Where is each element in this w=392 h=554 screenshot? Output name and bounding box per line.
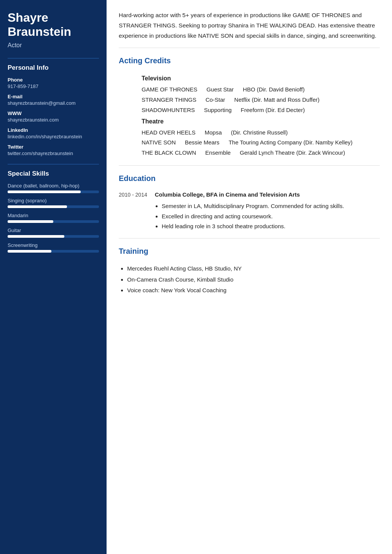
credit-company: Gerald Lynch Theatre (Dir. Zack Wincour): [240, 148, 345, 158]
education-section: Education 2010 - 2014Columbia College, B…: [119, 174, 380, 239]
edu-detail: Columbia College, BFA in Cinema and Tele…: [155, 191, 380, 231]
edu-bullets: Semester in LA, Multidisciplinary Progra…: [155, 201, 380, 231]
edu-bullet: Excelled in directing and acting coursew…: [162, 211, 380, 221]
edu-school-name: Columbia College, BFA in Cinema and Tele…: [155, 191, 380, 199]
credit-category-label: Theatre: [119, 116, 380, 128]
credit-row: NATIVE SONBessie MearsThe Touring Acting…: [119, 138, 380, 147]
personal-info-heading: Personal Info: [8, 58, 99, 72]
credit-category-label: Television: [119, 73, 380, 85]
contact-label: Twitter: [8, 144, 99, 150]
credit-show: SHADOWHUNTERS: [142, 106, 195, 115]
credit-company: The Touring Acting Company (Dir. Namby K…: [229, 138, 353, 147]
contact-value: twitter.com/shayrezbraunstein: [8, 151, 99, 156]
sidebar: Shayre Braunstein Actor Personal Info Ph…: [0, 0, 107, 554]
training-section: Training Mercedes Ruehl Acting Class, HB…: [119, 247, 380, 296]
skill-name: Mandarin: [8, 213, 99, 218]
credit-row: STRANGER THINGSCo-StarNetflix (Dir. Matt…: [119, 95, 380, 105]
training-list: Mercedes Ruehl Acting Class, HB Studio, …: [119, 263, 380, 296]
credit-company: (Dir. Christine Russell): [231, 128, 288, 138]
name: Shayre Braunstein: [8, 11, 99, 39]
credit-role: Co-Star: [206, 95, 225, 105]
contact-label: E-mail: [8, 94, 99, 99]
edu-bullet: Held leading role in 3 school theatre pr…: [162, 221, 380, 231]
education-content: 2010 - 2014Columbia College, BFA in Cine…: [119, 191, 380, 231]
contact-value: shayrezbraunstein.com: [8, 117, 99, 123]
credit-company: HBO (Dir. David Benioff): [243, 85, 304, 94]
skill-bar-fill: [8, 235, 64, 238]
skills-list: Dance (ballet, ballroom, hip-hop)Singing…: [8, 183, 99, 253]
skill-name: Singing (soprano): [8, 198, 99, 203]
training-title: Training: [119, 247, 380, 259]
resume-container: Shayre Braunstein Actor Personal Info Ph…: [0, 0, 392, 554]
skill-bar-fill: [8, 205, 67, 208]
credit-role: Guest Star: [206, 85, 234, 94]
skill-name: Guitar: [8, 227, 99, 233]
credits-content: TelevisionGAME OF THRONESGuest StarHBO (…: [119, 73, 380, 158]
summary-text: Hard-working actor with 5+ years of expe…: [119, 10, 380, 48]
training-item: On-Camera Crash Course, Kimball Studio: [127, 274, 380, 285]
skill-bar-background: [8, 250, 99, 253]
skill-bar-background: [8, 191, 99, 193]
skill-bar-background: [8, 220, 99, 223]
contact-value: 917-859-7187: [8, 83, 99, 89]
acting-credits-section: Acting Credits TelevisionGAME OF THRONES…: [119, 56, 380, 166]
main-content: Hard-working actor with 5+ years of expe…: [107, 0, 392, 554]
edu-year: 2010 - 2014: [119, 191, 147, 231]
credit-role: Bessie Mears: [185, 138, 220, 147]
credit-show: NATIVE SON: [142, 138, 176, 147]
credit-show: THE BLACK CLOWN: [142, 148, 196, 158]
credit-row: THE BLACK CLOWNEnsembleGerald Lynch Thea…: [119, 148, 380, 158]
credit-role: Ensemble: [205, 148, 231, 158]
acting-credits-title: Acting Credits: [119, 56, 380, 68]
credit-row: SHADOWHUNTERSSupportingFreeform (Dir. Ed…: [119, 106, 380, 115]
credit-show: HEAD OVER HEELS: [142, 128, 196, 138]
training-item: Mercedes Ruehl Acting Class, HB Studio, …: [127, 263, 380, 274]
credit-row: GAME OF THRONESGuest StarHBO (Dir. David…: [119, 85, 380, 94]
skill-bar-background: [8, 205, 99, 208]
skills-heading: Special Skills: [8, 164, 99, 178]
job-title: Actor: [8, 42, 99, 49]
contact-value: linkedin.com/in/shayrezbraunstein: [8, 134, 99, 139]
skill-bar-fill: [8, 250, 51, 253]
contact-label: Phone: [8, 77, 99, 83]
skill-name: Dance (ballet, ballroom, hip-hop): [8, 183, 99, 189]
credit-show: STRANGER THINGS: [142, 95, 196, 105]
contact-list: Phone917-859-7187E-mailshayrezbraunstein…: [8, 77, 99, 156]
credit-company: Freeform (Dir. Ed Decter): [241, 106, 305, 115]
contact-label: LinkedIn: [8, 127, 99, 133]
credit-role: Mopsa: [205, 128, 222, 138]
edu-bullet: Semester in LA, Multidisciplinary Progra…: [162, 201, 380, 211]
education-title: Education: [119, 174, 380, 186]
credit-role: Supporting: [204, 106, 232, 115]
skill-bar-fill: [8, 220, 53, 223]
skill-bar-fill: [8, 191, 81, 193]
skill-bar-background: [8, 235, 99, 238]
credit-company: Netflix (Dir. Matt and Ross Duffer): [234, 95, 320, 105]
contact-label: WWW: [8, 110, 99, 116]
training-item: Voice coach: New York Vocal Coaching: [127, 285, 380, 296]
contact-value: shayrezbraunstein@gmail.com: [8, 100, 99, 106]
skill-name: Screenwriting: [8, 242, 99, 248]
education-row: 2010 - 2014Columbia College, BFA in Cine…: [119, 191, 380, 231]
credit-show: GAME OF THRONES: [142, 85, 197, 94]
credit-row: HEAD OVER HEELSMopsa(Dir. Christine Russ…: [119, 128, 380, 138]
